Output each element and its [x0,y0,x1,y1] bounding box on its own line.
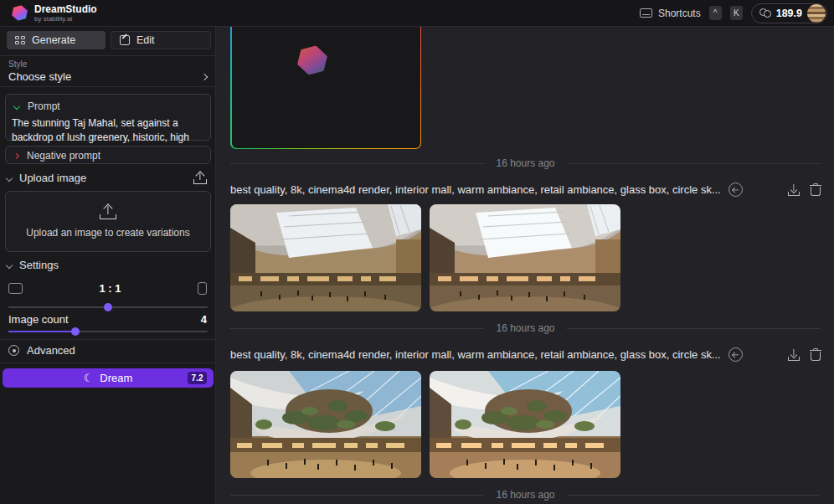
upload-image-section-header[interactable]: Upload image [7,172,207,184]
edit-pencil-icon [120,35,130,45]
image-count-row: Image count 4 [8,313,207,326]
tab-edit[interactable]: Edit [111,31,211,49]
generated-image[interactable] [430,371,620,478]
image-count-value: 4 [201,313,207,326]
app-title: DreamStudio [34,4,97,14]
chevron-right-icon [201,73,208,80]
chevron-down-icon [6,174,13,181]
portrait-ratio-icon[interactable] [198,282,207,295]
keyboard-icon [640,8,652,18]
generated-image[interactable] [430,204,620,311]
shortcuts-button[interactable]: Shortcuts [640,8,701,19]
reuse-prompt-icon[interactable] [728,347,743,362]
prompt-box-header[interactable]: Prompt [6,95,210,116]
prompt-box[interactable]: Prompt The stunning Taj Mahal, set again… [5,94,211,141]
credits-account-button[interactable]: 189.9 [751,3,827,23]
advanced-eye-icon [8,345,19,356]
choose-style-value: Choose style [8,70,71,83]
upload-dropzone[interactable]: Upload an image to create variations [5,191,211,252]
generated-image[interactable] [230,204,421,311]
tab-edit-label: Edit [136,34,155,46]
aspect-ratio-row: 1 : 1 [8,282,207,295]
advanced-label: Advanced [27,344,75,357]
negative-prompt-box[interactable]: Negative prompt [5,146,211,164]
keycap-ctrl: ^ [709,6,722,20]
generate-icon [15,36,25,44]
timestamp: 16 hours ago [496,489,554,501]
moon-icon: ☾ [84,373,94,383]
upload-dropzone-text: Upload an image to create variations [26,227,189,239]
generating-image-card[interactable] [230,27,421,149]
upload-icon [100,205,116,219]
image-count-label: Image count [8,313,69,326]
dream-cost-badge: 7.2 [188,372,207,384]
upload-icon[interactable] [193,172,207,184]
avatar[interactable] [807,4,826,23]
download-icon[interactable] [788,349,800,361]
settings-label: Settings [19,259,59,271]
negative-prompt-header[interactable]: Negative prompt [6,147,210,165]
batch-header: best quality, 8k, cinema4d render, inter… [230,347,821,362]
prompt-label: Prompt [28,100,60,112]
slider-thumb[interactable] [104,303,112,311]
credits-coin-icon [759,8,771,18]
negative-prompt-label: Negative prompt [27,150,100,162]
download-icon[interactable] [788,184,800,196]
advanced-section-header[interactable]: Advanced [8,344,207,357]
topbar: DreamStudio by stability.ai Shortcuts ^ … [0,0,834,27]
chevron-down-icon [13,103,20,110]
timestamp-divider: 16 hours ago [230,157,821,169]
dream-button[interactable]: ☾ Dream 7.2 [3,368,214,388]
timestamp: 16 hours ago [496,322,554,334]
batch-header: best quality, 8k, cinema4d render, inter… [230,183,821,197]
reuse-prompt-icon[interactable] [728,183,743,197]
aspect-ratio-slider[interactable] [8,303,208,311]
batch-prompt-text: best quality, 8k, cinema4d render, inter… [230,348,721,361]
chevron-down-icon [6,261,13,268]
chevron-right-icon [13,152,19,158]
tab-generate-label: Generate [32,34,75,46]
dream-button-label: Dream [100,372,132,384]
settings-section-header[interactable]: Settings [7,259,207,271]
app-brand[interactable]: DreamStudio by stability.ai [12,4,97,23]
generated-image[interactable] [230,371,421,478]
batch-prompt-text: best quality, 8k, cinema4d render, inter… [230,183,721,196]
generating-hexagon-icon [294,42,331,79]
timestamp: 16 hours ago [496,157,554,169]
tab-generate[interactable]: Generate [7,31,106,49]
landscape-ratio-icon[interactable] [8,283,23,294]
timestamp-divider: 16 hours ago [230,489,821,501]
keycap-k: K [730,6,743,20]
trash-icon[interactable] [811,184,821,196]
upload-image-label: Upload image [19,172,86,184]
style-label: Style [8,59,27,69]
shortcuts-label: Shortcuts [658,8,701,19]
sidebar: Generate Edit Style Choose style Prompt … [0,27,216,504]
timestamp-divider: 16 hours ago [230,322,821,334]
aspect-ratio-value: 1 : 1 [99,282,121,295]
credits-value: 189.9 [776,8,802,19]
app-subtitle: by stability.ai [34,16,97,23]
slider-thumb[interactable] [71,327,80,336]
dreamstudio-logo-icon [10,3,29,23]
choose-style-row[interactable]: Choose style [8,70,207,83]
trash-icon[interactable] [811,349,821,361]
image-count-slider[interactable] [8,327,208,336]
gallery-panel: 16 hours ago best quality, 8k, cinema4d … [216,27,834,504]
